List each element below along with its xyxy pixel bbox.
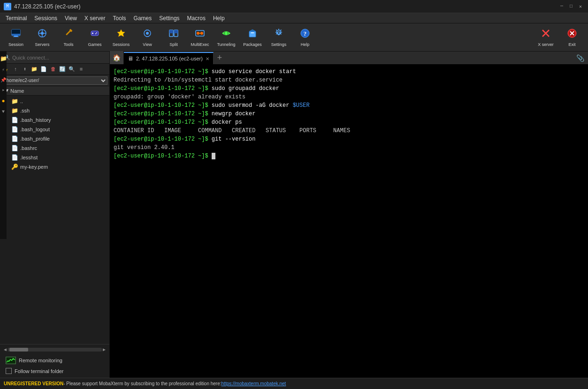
sidebar-icon-bookmark[interactable]: 📌	[0, 77, 6, 83]
minimize-button[interactable]: ─	[558, 3, 565, 10]
toolbar-settings-label: Settings	[271, 42, 287, 47]
toolbar-xserver-label: X server	[538, 42, 554, 47]
tree-item-lesshst[interactable]: 📄 .lesshst	[0, 153, 109, 162]
toolbar-packages-label: Packages	[243, 42, 262, 47]
tab-add-button[interactable]: +	[214, 52, 226, 64]
toolbar-split[interactable]: Split	[161, 25, 186, 50]
terminal-line-11: [ec2-user@ip-10-1-10-172 ~]$	[114, 152, 584, 160]
close-button[interactable]: ✕	[577, 3, 584, 10]
games-icon	[90, 28, 100, 41]
sidebar-btn-new[interactable]: 📄	[39, 65, 48, 74]
svg-text:?: ?	[304, 30, 307, 37]
path-select[interactable]: /home/ec2-user/	[2, 76, 107, 85]
sidebar-scrollbar[interactable]: ◀ ▶	[2, 346, 107, 353]
scroll-track	[8, 348, 102, 352]
terminal-line-4: groupadd: group 'docker' already exists	[114, 93, 584, 101]
toolbar-exit[interactable]: Exit	[560, 25, 584, 50]
toolbar-help-label: Help	[301, 42, 310, 47]
active-tab[interactable]: 🖥 2. 47.128.225.105 (ec2-user) ✕	[124, 52, 214, 64]
settings-icon	[274, 28, 284, 41]
menu-terminal[interactable]: Terminal	[2, 13, 31, 23]
toolbar-tunneling[interactable]: Tunneling	[214, 25, 238, 50]
menu-macros[interactable]: Macros	[183, 13, 209, 23]
scroll-right-btn[interactable]: ▶	[103, 347, 106, 352]
sidebar-icon-connect[interactable]: ⚡	[2, 67, 5, 73]
toolbar-servers[interactable]: Servers	[30, 25, 54, 50]
toolbar-session-label: Session	[8, 42, 23, 47]
tab-close-button[interactable]: ✕	[206, 56, 209, 61]
tree-item-dotdot[interactable]: 📁 ..	[0, 97, 109, 106]
sidebar-icon-down[interactable]: ▼	[2, 109, 5, 114]
exit-icon	[567, 28, 577, 41]
toolbar-packages[interactable]: Packages	[240, 25, 265, 50]
terminal-line-3: [ec2-user@ip-10-1-10-172 ~]$ sudo groupa…	[114, 84, 584, 93]
svg-point-16	[96, 32, 97, 33]
menu-xserver[interactable]: X server	[81, 13, 109, 23]
terminal-content[interactable]: [ec2-user@ip-10-1-10-172 ~]$ sudo servic…	[110, 65, 588, 378]
follow-folder-checkbox[interactable]	[6, 368, 12, 374]
menu-tools[interactable]: Tools	[109, 13, 130, 23]
toolbar-multiexec[interactable]: MultiExec	[188, 25, 212, 50]
sidebar-icon-circle[interactable]: ●	[1, 98, 5, 105]
sidebar-btn-up2[interactable]: ⬆	[21, 65, 29, 74]
path-bar: /home/ec2-user/	[0, 75, 109, 86]
remote-monitoring-button[interactable]: Remote monitoring	[2, 355, 107, 366]
terminal-line-1: [ec2-user@ip-10-1-10-172 ~]$ sudo servic…	[114, 67, 584, 76]
sidebar-btn-search[interactable]: 🔍	[68, 65, 76, 74]
tree-item-my-key[interactable]: 🔑 my-key.pem	[0, 162, 109, 172]
svg-rect-26	[174, 30, 178, 33]
scroll-thumb[interactable]	[9, 348, 28, 352]
menu-help[interactable]: Help	[209, 13, 229, 23]
terminal-area: 🏠 🖥 2. 47.128.225.105 (ec2-user) ✕ + 📎 […	[110, 52, 588, 378]
follow-folder-label: Follow terminal folder	[15, 368, 64, 374]
servers-icon	[37, 28, 47, 41]
menu-sessions[interactable]: Sessions	[31, 13, 61, 23]
toolbar-games[interactable]: Games	[83, 25, 107, 50]
quick-connect-input[interactable]	[12, 55, 106, 60]
toolbar-settings[interactable]: Settings	[267, 25, 291, 50]
scroll-left-btn[interactable]: ◀	[4, 347, 7, 352]
toolbar-xserver[interactable]: X server	[534, 25, 558, 50]
sidebar-btn-up[interactable]: ↑	[11, 65, 20, 74]
tree-item-ssh[interactable]: 📁 .ssh	[0, 106, 109, 115]
tab-home-button[interactable]: 🏠	[110, 51, 124, 64]
sidebar-icon-files[interactable]: 📁	[0, 55, 7, 62]
sidebar-btn-folder[interactable]: 📁	[30, 65, 38, 74]
svg-point-29	[200, 32, 203, 35]
folder-icon: 📁	[11, 98, 18, 105]
toolbar-tools-label: Tools	[63, 42, 73, 47]
tools-icon	[63, 28, 74, 41]
sidebar-btn-delete[interactable]: 🗑	[49, 65, 57, 74]
toolbar-help[interactable]: ? Help	[293, 25, 317, 50]
tree-item-bash-profile[interactable]: 📄 .bash_profile	[0, 134, 109, 143]
maximize-button[interactable]: □	[567, 3, 575, 10]
svg-rect-46	[7, 358, 15, 363]
menu-games[interactable]: Games	[130, 13, 156, 23]
tree-item-bash-logout[interactable]: 📄 .bash_logout	[0, 125, 109, 134]
cursor	[212, 153, 215, 159]
sessions-icon	[116, 28, 126, 41]
tab-attach-button[interactable]: 📎	[574, 52, 586, 64]
toolbar-multiexec-label: MultiExec	[191, 42, 209, 47]
svg-rect-4	[13, 37, 19, 37]
toolbar-tools[interactable]: Tools	[56, 25, 81, 50]
sidebar-btn-refresh[interactable]: 🔄	[58, 65, 67, 74]
session-icon	[11, 28, 21, 41]
toolbar-session[interactable]: Session	[4, 25, 28, 50]
menu-settings[interactable]: Settings	[155, 13, 183, 23]
menu-view[interactable]: View	[61, 13, 81, 23]
svg-point-6	[41, 32, 44, 35]
window-controls: ─ □ ✕	[558, 3, 584, 10]
tree-item-bashrc[interactable]: 📄 .bashrc	[0, 143, 109, 153]
toolbar-view[interactable]: View	[135, 25, 160, 50]
sidebar-btn-menu[interactable]: ≡	[77, 65, 85, 74]
tree-item-bash-history[interactable]: 📄 .bash_history	[0, 115, 109, 125]
toolbar-split-label: Split	[169, 42, 178, 47]
sidebar-icon-send[interactable]: ➤	[2, 88, 5, 93]
content-area: 🔍 ★ ↑ ⬆ 📁 📄 🗑 🔄 🔍 ≡ /home/ec2-user/ ▼ Na…	[0, 52, 588, 378]
toolbar: Session Servers Tools Games Sessions Vie…	[0, 23, 588, 52]
packages-icon	[247, 28, 258, 41]
status-link[interactable]: https://mobaxterm.mobatek.net	[221, 381, 286, 386]
file-icon-my-key: 🔑	[11, 164, 18, 170]
toolbar-sessions[interactable]: Sessions	[109, 25, 133, 50]
